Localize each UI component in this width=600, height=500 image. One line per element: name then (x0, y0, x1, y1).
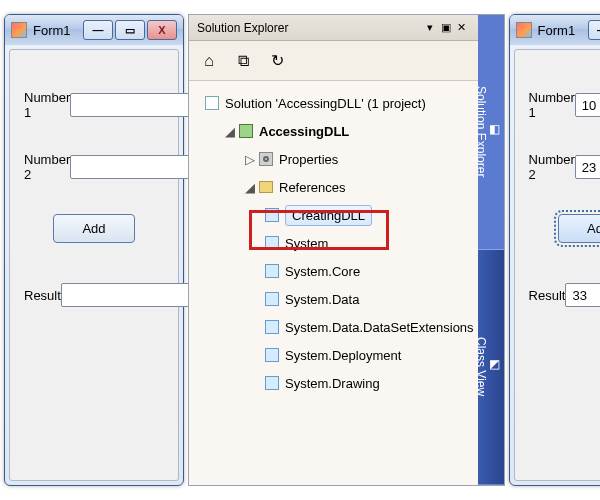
tree-ref-system-data-ext[interactable]: System.Data.DataSetExtensions (193, 313, 474, 341)
number2-label: Number 2 (24, 152, 70, 182)
properties-icon (257, 150, 275, 168)
toolbar-refresh-icon[interactable]: ↻ (265, 49, 289, 73)
toolbar-home-icon[interactable]: ⌂ (197, 49, 221, 73)
panel-menu-icon[interactable]: ▾ (422, 21, 438, 34)
form1-window-empty: Form1 — ▭ X Number 1 Number 2 Add Result (4, 14, 184, 486)
tree-ref-system-deployment[interactable]: System.Deployment (193, 341, 474, 369)
vtab-solution-explorer[interactable]: ◧ Solution Explorer (478, 15, 504, 250)
maximize-button[interactable]: ▭ (115, 20, 145, 40)
tree-references-label: References (279, 180, 345, 195)
tree-ref-label: System.Core (285, 264, 360, 279)
button-row: Add (24, 214, 164, 243)
window-buttons: — ▭ X (83, 20, 177, 40)
vtab-class-view[interactable]: ◩ Class View (478, 250, 504, 485)
titlebar[interactable]: Form1 — ▭ X (510, 15, 600, 45)
number1-label: Number 1 (529, 90, 575, 120)
reference-icon (263, 206, 281, 224)
panel-header[interactable]: Solution Explorer ▾ ▣ ✕ (189, 15, 478, 41)
folder-icon (257, 178, 275, 196)
reference-icon (263, 234, 281, 252)
tree-ref-label: System.Data.DataSetExtensions (285, 320, 474, 335)
number2-label: Number 2 (529, 152, 575, 182)
number1-input[interactable] (575, 93, 600, 117)
expand-icon[interactable]: ◢ (243, 180, 257, 195)
tree-project-node[interactable]: ◢ AccessingDLL (193, 117, 474, 145)
client-area: Number 1 Number 2 Add Result (9, 49, 179, 481)
tree-references-node[interactable]: ◢ References (193, 173, 474, 201)
titlebar[interactable]: Form1 — ▭ X (5, 15, 183, 45)
form1-window-filled: Form1 — ▭ X Number 1 Number 2 Add Result (509, 14, 600, 486)
window-buttons: — ▭ X (588, 20, 600, 40)
window-title: Form1 (33, 23, 83, 38)
minimize-button[interactable]: — (588, 20, 600, 40)
tree-ref-label: CreatingDLL (285, 205, 372, 226)
panel-close-icon[interactable]: ✕ (454, 21, 470, 34)
solution-explorer-icon: ◧ (488, 25, 502, 233)
vertical-tab-strip: ◧ Solution Explorer ◩ Class View (478, 15, 504, 485)
tree-ref-label: System.Drawing (285, 376, 380, 391)
tree-properties-node[interactable]: ▷ Properties (193, 145, 474, 173)
vtab-label: Solution Explorer (474, 86, 488, 177)
number1-row: Number 1 (24, 90, 164, 120)
result-input[interactable] (565, 283, 600, 307)
add-button[interactable]: Add (53, 214, 134, 243)
reference-icon (263, 262, 281, 280)
tree-ref-system-drawing[interactable]: System.Drawing (193, 369, 474, 397)
panel-toolbar: ⌂ ⧉ ↻ (189, 41, 478, 81)
tree-ref-system-core[interactable]: System.Core (193, 257, 474, 285)
panel-title: Solution Explorer (197, 21, 422, 35)
result-row: Result (529, 283, 600, 307)
tree-properties-label: Properties (279, 152, 338, 167)
number2-row: Number 2 (24, 152, 164, 182)
tree-ref-label: System.Data (285, 292, 359, 307)
toolbar-showall-icon[interactable]: ⧉ (231, 49, 255, 73)
button-row: Add (529, 214, 600, 243)
window-title: Form1 (538, 23, 588, 38)
close-button[interactable]: X (147, 20, 177, 40)
number1-row: Number 1 (529, 90, 600, 120)
app-icon (11, 22, 27, 38)
reference-icon (263, 374, 281, 392)
number1-label: Number 1 (24, 90, 70, 120)
vtab-label: Class View (474, 337, 488, 396)
solution-tree: Solution 'AccessingDLL' (1 project) ◢ Ac… (189, 81, 478, 485)
result-label: Result (24, 288, 61, 303)
reference-icon (263, 346, 281, 364)
result-row: Result (24, 283, 164, 307)
number2-input[interactable] (575, 155, 600, 179)
reference-icon (263, 290, 281, 308)
panel-pin-icon[interactable]: ▣ (438, 21, 454, 34)
tree-ref-system[interactable]: System (193, 229, 474, 257)
tree-project-label: AccessingDLL (259, 124, 349, 139)
tree-ref-label: System.Deployment (285, 348, 401, 363)
tree-ref-system-data[interactable]: System.Data (193, 285, 474, 313)
result-label: Result (529, 288, 566, 303)
reference-icon (263, 318, 281, 336)
client-area: Number 1 Number 2 Add Result (514, 49, 600, 481)
app-icon (516, 22, 532, 38)
tree-solution-node[interactable]: Solution 'AccessingDLL' (1 project) (193, 89, 474, 117)
tree-ref-label: System (285, 236, 328, 251)
solution-explorer-body: Solution Explorer ▾ ▣ ✕ ⌂ ⧉ ↻ Solution '… (189, 15, 478, 485)
expand-icon[interactable]: ◢ (223, 124, 237, 139)
expand-icon[interactable]: ▷ (243, 152, 257, 167)
solution-icon (203, 94, 221, 112)
number2-row: Number 2 (529, 152, 600, 182)
project-icon (237, 122, 255, 140)
tree-solution-label: Solution 'AccessingDLL' (1 project) (225, 96, 426, 111)
solution-explorer-panel: Solution Explorer ▾ ▣ ✕ ⌂ ⧉ ↻ Solution '… (188, 14, 505, 486)
tree-ref-creatingdll[interactable]: CreatingDLL (193, 201, 474, 229)
add-button[interactable]: Add (558, 214, 600, 243)
minimize-button[interactable]: — (83, 20, 113, 40)
class-view-icon: ◩ (488, 260, 502, 468)
